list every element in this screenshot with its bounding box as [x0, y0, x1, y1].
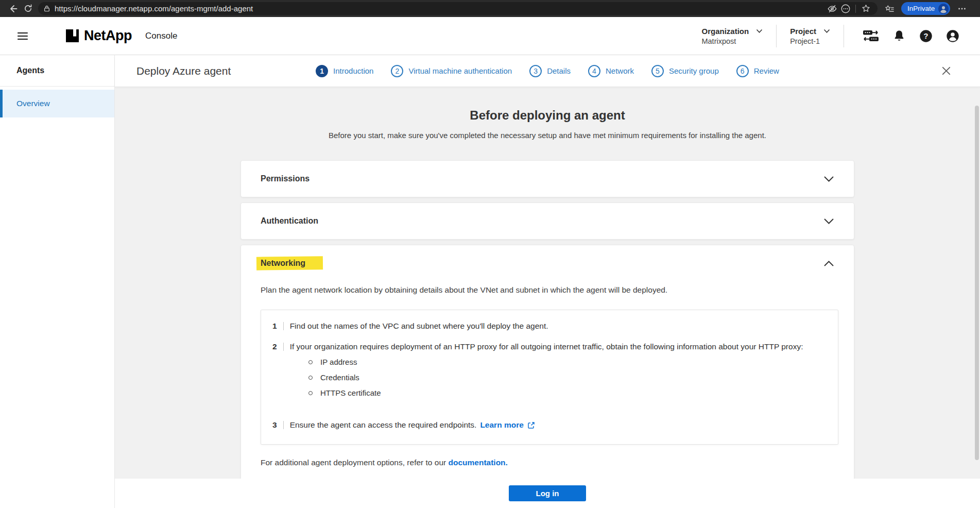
step-details[interactable]: 3 Details — [529, 65, 571, 77]
bullet-text: HTTPS certificate — [320, 388, 381, 398]
organization-selector[interactable]: Organization Matrixpost — [701, 27, 763, 45]
content-title: Before deploying an agent — [240, 108, 854, 123]
add-favorite-button[interactable] — [859, 3, 872, 15]
accordion-label: Networking — [261, 259, 305, 268]
inprivate-badge[interactable]: InPrivate — [901, 2, 950, 15]
project-label: Project — [790, 27, 816, 36]
step-review[interactable]: 6 Review — [736, 65, 779, 77]
header-divider — [844, 25, 844, 47]
star-icon — [861, 4, 871, 13]
back-arrow-icon — [8, 4, 19, 14]
accordion-permissions: Permissions — [240, 160, 854, 197]
app-header: NetApp Console Organization Matrixpost P… — [0, 17, 980, 55]
refresh-icon — [23, 4, 33, 13]
chevron-down-icon — [756, 29, 763, 33]
browser-toolbar: https://cloudmanager.netapp.com/agents-m… — [0, 0, 980, 17]
header-divider — [776, 25, 777, 47]
external-link-icon — [527, 421, 535, 429]
eye-off-icon — [827, 4, 837, 14]
connectors-button[interactable] — [863, 29, 879, 43]
hamburger-icon — [16, 30, 29, 42]
step-number: 5 — [651, 65, 664, 77]
step-number: 3 — [529, 65, 542, 77]
header-right-cluster: Organization Matrixpost Project Project-… — [701, 25, 959, 47]
address-bar[interactable]: https://cloudmanager.netapp.com/agents-m… — [38, 2, 878, 15]
wizard-header: Deploy Azure agent 1 Introduction 2 Virt… — [115, 55, 980, 87]
wizard-footer: Log in — [115, 479, 980, 508]
collections-button[interactable] — [883, 3, 896, 15]
bell-icon — [892, 29, 906, 43]
chevron-down-icon — [823, 218, 834, 225]
list-item: IP address — [308, 358, 822, 367]
chevron-up-icon — [823, 260, 834, 267]
step-number: 2 — [391, 65, 403, 77]
accordion-label: Permissions — [261, 174, 310, 183]
step-security-group[interactable]: 5 Security group — [651, 65, 719, 77]
wizard-close-button[interactable] — [941, 65, 952, 76]
vertical-scrollbar[interactable] — [975, 106, 979, 460]
footer-text: For additional agent deployment options,… — [261, 458, 446, 467]
accordion-label: Authentication — [261, 216, 318, 226]
step-virtual-machine-authentication[interactable]: 2 Virtual machine authentication — [391, 65, 512, 77]
step-number: 4 — [588, 65, 600, 77]
learn-more-link[interactable]: Learn more — [480, 420, 535, 430]
checklist-item-2: 2 If your organization requires deployme… — [272, 342, 822, 351]
browser-essentials-button[interactable] — [839, 3, 852, 15]
item-separator — [283, 421, 284, 429]
browser-refresh-button[interactable] — [21, 2, 35, 16]
browser-menu-button[interactable] — [955, 3, 969, 15]
sidebar-item-overview[interactable]: Overview — [0, 90, 114, 117]
connector-icon — [863, 29, 879, 43]
avatar-person-icon — [938, 4, 949, 14]
inprivate-label: InPrivate — [907, 5, 935, 12]
help-button[interactable]: ? — [919, 29, 933, 43]
step-introduction[interactable]: 1 Introduction — [316, 65, 373, 77]
login-button[interactable]: Log in — [509, 485, 586, 501]
step-label: Review — [754, 66, 779, 75]
workspace: Agents Overview Deploy Azure agent 1 Int… — [0, 55, 980, 508]
step-label: Network — [606, 66, 634, 75]
chevron-down-icon — [823, 29, 830, 33]
url-text[interactable]: https://cloudmanager.netapp.com/agents-m… — [55, 4, 253, 13]
notifications-button[interactable] — [892, 29, 906, 43]
step-number: 6 — [736, 65, 749, 77]
content-subtitle: Before you start, make sure you've compl… — [240, 131, 854, 140]
accordion-permissions-header[interactable]: Permissions — [241, 161, 854, 197]
accordion-networking-header[interactable]: Networking — [241, 245, 854, 281]
product-name: Console — [145, 31, 177, 41]
step-label: Introduction — [333, 66, 373, 75]
bullet-text: IP address — [320, 358, 357, 367]
user-icon — [946, 29, 959, 43]
help-icon: ? — [919, 29, 933, 43]
screen: https://cloudmanager.netapp.com/agents-m… — [0, 0, 980, 508]
organization-label: Organization — [701, 27, 749, 36]
yellow-highlight: Networking — [256, 256, 323, 270]
sidebar-item-label: Overview — [16, 99, 50, 108]
item-number: 2 — [272, 342, 277, 351]
omnibox-divider — [855, 5, 856, 13]
sidebar: Agents Overview — [0, 55, 115, 508]
accordion-authentication: Authentication — [240, 202, 854, 240]
chevron-down-icon — [823, 176, 834, 182]
item-number: 3 — [272, 420, 277, 430]
documentation-link[interactable]: documentation. — [448, 458, 507, 467]
organization-value: Matrixpost — [701, 37, 763, 45]
account-button[interactable] — [946, 29, 959, 43]
svg-text:?: ? — [924, 32, 929, 40]
tracking-prevention-button[interactable] — [826, 3, 839, 15]
accordion-authentication-header[interactable]: Authentication — [241, 203, 854, 239]
main-menu-button[interactable] — [16, 30, 29, 42]
project-selector[interactable]: Project Project-1 — [790, 27, 830, 45]
main-panel: Deploy Azure agent 1 Introduction 2 Virt… — [115, 55, 980, 508]
toolbar-right-cluster: InPrivate — [883, 2, 969, 15]
brand-wordmark: NetApp — [84, 28, 132, 44]
step-network[interactable]: 4 Network — [588, 65, 634, 77]
wizard-body: Before deploying an agent Before you sta… — [115, 87, 980, 479]
ellipsis-circle-icon — [840, 4, 851, 14]
browser-back-button[interactable] — [6, 2, 21, 16]
netapp-logo[interactable]: NetApp — [66, 28, 132, 44]
step-label: Virtual machine authentication — [408, 66, 512, 75]
list-item: HTTPS certificate — [308, 388, 822, 398]
more-horizontal-icon — [957, 4, 967, 13]
sidebar-title: Agents — [0, 55, 114, 87]
